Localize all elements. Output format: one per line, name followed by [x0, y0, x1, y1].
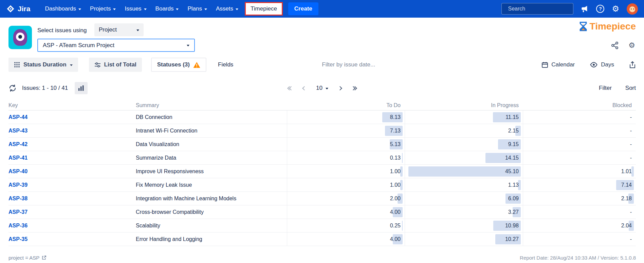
project-select[interactable]: ASP - ATeam Scrum Project	[37, 39, 195, 52]
sort-button[interactable]: Sort	[625, 85, 636, 92]
bar-chart-icon	[78, 85, 84, 91]
blocked-duration-cell: 2.04	[523, 219, 636, 232]
in-progress-duration-cell: 45.10	[405, 165, 523, 178]
nav-item-boards[interactable]: Boards	[151, 0, 183, 18]
blocked-duration-cell: 7.14	[523, 178, 636, 191]
duration-value: 1.13	[508, 182, 519, 188]
chevron-down-icon	[326, 88, 328, 89]
duration-value: -	[630, 128, 632, 134]
days-toggle-button[interactable]: Days	[590, 61, 614, 68]
first-page-button[interactable]	[288, 87, 293, 90]
calendar-icon	[541, 61, 548, 68]
report-settings-gear-icon[interactable]: ⚙	[628, 42, 635, 49]
search-input[interactable]	[508, 6, 578, 12]
table-row: ASP-42 Data Visualization 5.13 9.15 -	[8, 138, 636, 151]
issue-key-link[interactable]: ASP-37	[8, 209, 136, 215]
issue-key-link[interactable]: ASP-39	[8, 182, 136, 188]
in-progress-duration-cell: 10.27	[405, 232, 523, 246]
report-type-button[interactable]: Status Duration	[8, 58, 78, 72]
duration-value: 10.98	[505, 223, 519, 229]
duration-bar	[400, 166, 403, 177]
issue-key-link[interactable]: ASP-41	[8, 155, 136, 161]
last-page-button[interactable]	[352, 87, 356, 90]
nav-item-plans[interactable]: Plans	[183, 0, 211, 18]
issue-summary: Summarize Data	[136, 155, 287, 161]
duration-value: 2.04	[621, 223, 632, 229]
in-progress-duration-cell: 1.13	[405, 178, 523, 191]
issue-summary: Data Visualization	[136, 141, 287, 147]
chart-view-button[interactable]	[75, 82, 88, 94]
issue-summary: Improve UI Responsiveness	[136, 168, 287, 175]
announcement-icon[interactable]	[581, 5, 589, 13]
fields-button[interactable]: Fields	[213, 58, 239, 72]
column-header-todo: To Do	[287, 102, 405, 108]
list-of-total-label: List of Total	[104, 61, 136, 68]
export-button[interactable]	[629, 61, 636, 68]
issue-date-filter[interactable]: Filter by issue date...	[322, 61, 375, 68]
duration-value: 1.00	[390, 182, 401, 188]
nav-item-projects[interactable]: Projects	[86, 0, 120, 18]
chevron-down-icon	[236, 8, 238, 10]
todo-duration-cell: 0.25	[287, 219, 405, 232]
table-row: ASP-40 Improve UI Responsiveness 1.00 45…	[8, 165, 636, 178]
column-header-summary: Summary	[136, 102, 287, 108]
in-progress-duration-cell: 2.15	[405, 124, 523, 137]
next-page-button[interactable]	[338, 87, 342, 90]
issue-key-link[interactable]: ASP-35	[8, 236, 136, 242]
duration-value: -	[630, 209, 632, 215]
chevron-down-icon	[78, 8, 81, 10]
duration-value: 4.00	[390, 236, 401, 242]
duration-value: 45.10	[505, 168, 519, 175]
share-icon[interactable]	[611, 41, 619, 49]
duration-bar	[402, 221, 403, 231]
calendar-button[interactable]: Calendar	[541, 61, 575, 68]
nav-item-issues[interactable]: Issues	[120, 0, 151, 18]
nav-item-assets[interactable]: Assets	[211, 0, 243, 18]
todo-duration-cell: 0.13	[287, 151, 405, 164]
todo-duration-cell: 4.00	[287, 205, 405, 219]
issue-key-link[interactable]: ASP-44	[8, 114, 136, 120]
user-avatar[interactable]	[627, 3, 638, 15]
hourglass-icon	[578, 21, 588, 32]
todo-duration-cell: 1.00	[287, 165, 405, 178]
nav-item-timepiece-highlighted[interactable]: Timepiece	[245, 2, 283, 16]
filter-button[interactable]: Filter	[599, 85, 612, 92]
in-progress-duration-cell: 14.15	[405, 151, 523, 164]
statuses-button[interactable]: Statuses (3)	[151, 58, 206, 72]
blocked-duration-cell: 1.01	[523, 165, 636, 178]
jql-filter-link[interactable]: project = ASP	[8, 255, 47, 261]
duration-bar	[631, 166, 634, 177]
issue-key-link[interactable]: ASP-40	[8, 168, 136, 175]
in-progress-duration-cell: 3.27	[405, 205, 523, 219]
grid-icon	[14, 62, 20, 68]
help-icon[interactable]: ?	[596, 5, 604, 13]
table-header-row: Key Summary To Do In Progress Blocked	[8, 100, 636, 110]
issue-key-link[interactable]: ASP-38	[8, 196, 136, 202]
refresh-icon[interactable]	[8, 84, 17, 92]
in-progress-duration-cell: 11.15	[405, 110, 523, 124]
previous-page-button[interactable]	[303, 87, 306, 90]
nav-item-dashboards[interactable]: Dashboards	[40, 0, 86, 18]
table-row: ASP-39 Fix Memory Leak Issue 1.00 1.13 7…	[8, 178, 636, 192]
timepiece-app-icon	[8, 26, 32, 49]
jira-logo-icon	[6, 4, 15, 13]
settings-gear-icon[interactable]: ⚙	[612, 5, 619, 13]
duration-value: 3.27	[508, 209, 519, 215]
issue-key-link[interactable]: ASP-36	[8, 223, 136, 229]
chevron-down-icon	[204, 8, 207, 10]
chevron-down-icon	[176, 8, 179, 10]
page-size-select[interactable]: 10	[316, 85, 328, 92]
issue-source-mode-select[interactable]: Project	[94, 23, 144, 36]
issue-key-link[interactable]: ASP-43	[8, 128, 136, 134]
table-actions: Filter Sort	[599, 85, 636, 92]
create-button[interactable]: Create	[288, 2, 318, 15]
duration-value: -	[630, 114, 632, 120]
list-of-total-button[interactable]: List of Total	[89, 58, 142, 72]
table-row: ASP-44 DB Connection 8.13 11.15 -	[8, 110, 636, 124]
global-search[interactable]	[501, 3, 573, 15]
issue-key-link[interactable]: ASP-42	[8, 141, 136, 147]
duration-value: -	[630, 155, 632, 161]
jira-logo[interactable]: Jira	[6, 4, 30, 13]
issue-summary: Integration with Machine Learning Models	[136, 196, 287, 202]
blocked-duration-cell: 2.18	[523, 192, 636, 205]
